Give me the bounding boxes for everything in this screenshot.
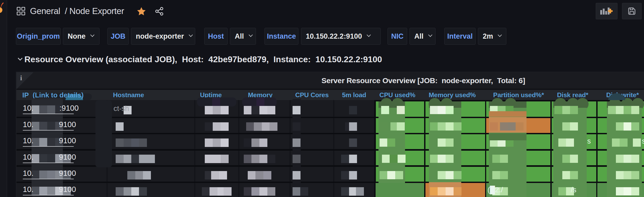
svg-text:/s: /s <box>571 186 576 194</box>
svg-text:(█2./: (█2./ <box>488 186 503 195</box>
svg-text:ct-sh: ct-sh <box>114 105 129 113</box>
svg-text:s: s <box>587 137 591 145</box>
svg-text:s: s <box>642 137 644 145</box>
